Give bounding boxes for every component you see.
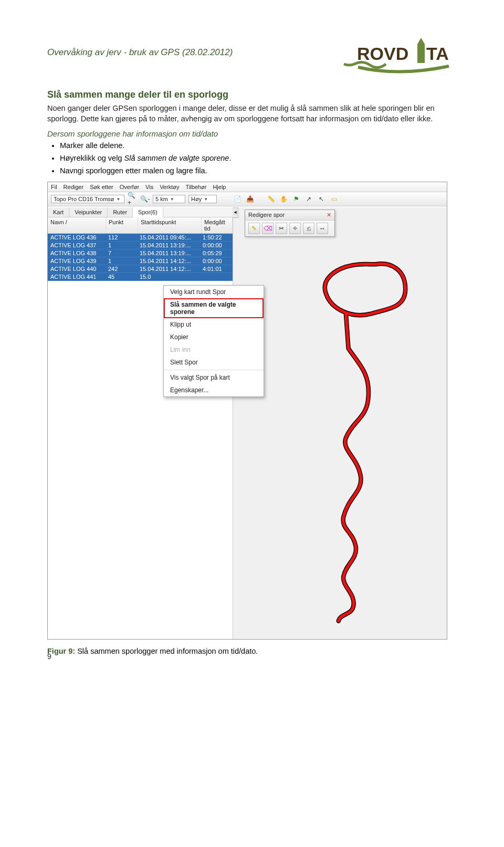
close-icon[interactable]: ✕	[327, 212, 331, 218]
table-row[interactable]: ACTIVE LOG 4414515.0	[48, 273, 233, 281]
page-number: 9	[47, 652, 51, 661]
quality-combo[interactable]: Høy▼	[188, 195, 217, 203]
zoom-in-icon[interactable]: 🔍+	[128, 194, 137, 204]
panel-collapse-handle[interactable]: ◄	[233, 207, 238, 218]
palette-pencil-icon[interactable]: ✎	[248, 223, 260, 234]
table-row[interactable]: ACTIVE LOG 438715.04.2011 13:19:...0:05:…	[48, 249, 233, 257]
menu-item[interactable]: Fil	[51, 184, 57, 190]
panel-tab[interactable]: Spor(6)	[133, 207, 163, 217]
palette-eraser-icon[interactable]: ⌫	[262, 223, 274, 234]
table-row[interactable]: ACTIVE LOG 43611215.04.2011 09:45:...1:5…	[48, 234, 233, 242]
menubar: FilRedigerSøk etterOverførVisVerktøyTilb…	[48, 182, 447, 192]
svg-text:ROVD: ROVD	[357, 44, 408, 64]
scalebar-icon[interactable]: ▭	[329, 194, 339, 204]
bullet-list: Marker alle delene.Høyreklikk og velg Sl…	[60, 140, 457, 176]
panel-tabs: KartVeipunkterRuterSpor(6)	[48, 207, 233, 217]
left-panel: KartVeipunkterRuterSpor(6) Navn /PunktSt…	[48, 207, 233, 639]
gps-track	[238, 249, 444, 636]
palette-split-icon[interactable]: ✧	[289, 223, 301, 234]
svg-text:TA: TA	[426, 44, 449, 64]
context-menu-item[interactable]: Kopier	[164, 331, 264, 343]
palette-cut-icon[interactable]: ✂	[276, 223, 287, 234]
section-subheading: Dersom sporloggene har informasjon om ti…	[47, 129, 457, 138]
map-panel: Redigere spor ✕ ✎ ⌫ ✂ ✧ ⎌ ↔	[233, 207, 447, 639]
figure-text: Slå sammen sporlogger med informasjon om…	[77, 647, 258, 655]
section-heading: Slå sammen mange deler til en sporlogg	[47, 89, 457, 100]
column-header[interactable]: Medgått tid	[202, 217, 233, 233]
zoom-combo[interactable]: 5 km▼	[153, 195, 185, 203]
figure-caption: Figur 9: Slå sammen sporlogger med infor…	[47, 647, 457, 655]
column-header[interactable]: Navn /	[48, 217, 106, 233]
flag-icon[interactable]: ⚑	[291, 194, 301, 204]
table-row[interactable]: ACTIVE LOG 439115.04.2011 14:12:...0:00:…	[48, 257, 233, 265]
context-menu-item[interactable]: Klipp ut	[164, 318, 264, 331]
menu-item[interactable]: Tilbehør	[185, 184, 206, 190]
tool-icon-2[interactable]: 📥	[245, 194, 255, 204]
route-icon[interactable]: ↗	[304, 194, 313, 204]
context-menu-item[interactable]: Vis valgt Spor på kart	[164, 371, 264, 384]
hand-icon[interactable]: ✋	[279, 194, 288, 204]
menu-item[interactable]: Rediger	[64, 184, 84, 190]
rovdata-logo: ROVD TA	[341, 37, 457, 74]
palette-title: Redigere spor	[248, 212, 285, 218]
table-row[interactable]: ACTIVE LOG 437115.04.2011 13:19:...0:00:…	[48, 242, 233, 249]
tool-icon-1[interactable]: 📄	[233, 194, 242, 204]
list-item: Marker alle delene.	[60, 140, 457, 152]
cursor-icon[interactable]: ↖	[317, 194, 326, 204]
column-header[interactable]: Starttidspunkt	[138, 217, 202, 233]
edit-track-palette[interactable]: Redigere spor ✕ ✎ ⌫ ✂ ✧ ⎌ ↔	[245, 210, 335, 237]
measure-icon[interactable]: 📏	[266, 194, 276, 204]
palette-join-icon[interactable]: ⎌	[303, 223, 314, 234]
menu-item[interactable]: Hjelp	[213, 184, 226, 190]
table-row[interactable]: ACTIVE LOG 44024215.04.2011 14:12:...4:0…	[48, 265, 233, 273]
panel-tab[interactable]: Veipunkter	[69, 207, 108, 217]
menu-item[interactable]: Overfør	[120, 184, 139, 190]
section-paragraph: Noen ganger deler GPSen sporloggen i man…	[47, 103, 457, 124]
column-header[interactable]: Punkt	[106, 217, 138, 233]
zoom-out-icon[interactable]: 🔍-	[140, 194, 150, 204]
menu-item[interactable]: Søk etter	[90, 184, 113, 190]
list-item: Høyreklikk og velg Slå sammen de valgte …	[60, 153, 457, 164]
menu-item[interactable]: Vis	[145, 184, 153, 190]
map-combo[interactable]: Topo Pro CD16 Tromsø▼	[51, 195, 124, 203]
context-menu: Velg kart rundt SporSlå sammen de valgte…	[163, 285, 264, 397]
toolbar: Topo Pro CD16 Tromsø▼ 🔍+ 🔍- 5 km▼ Høy▼ 📄…	[48, 192, 447, 206]
palette-move-icon[interactable]: ↔	[317, 223, 328, 234]
grid-header: Navn /PunktStarttidspunktMedgått tid	[48, 217, 233, 234]
context-menu-item[interactable]: Slett Spor	[164, 356, 264, 369]
list-item: Navngi sporloggen etter malen og lagre f…	[60, 165, 457, 177]
menu-item[interactable]: Verktøy	[160, 184, 179, 190]
page-title: Overvåking av jerv - bruk av GPS (28.02.…	[47, 47, 233, 58]
panel-tab[interactable]: Ruter	[108, 207, 133, 217]
context-menu-item: Lim inn	[164, 343, 264, 356]
context-menu-item[interactable]: Velg kart rundt Spor	[164, 286, 264, 298]
panel-tab[interactable]: Kart	[48, 207, 69, 217]
chevron-down-icon: ▼	[117, 197, 121, 202]
context-menu-item[interactable]: Slå sammen de valgte sporene	[164, 298, 264, 318]
app-screenshot: FilRedigerSøk etterOverførVisVerktøyTilb…	[47, 182, 447, 640]
context-menu-item[interactable]: Egenskaper...	[164, 384, 264, 396]
